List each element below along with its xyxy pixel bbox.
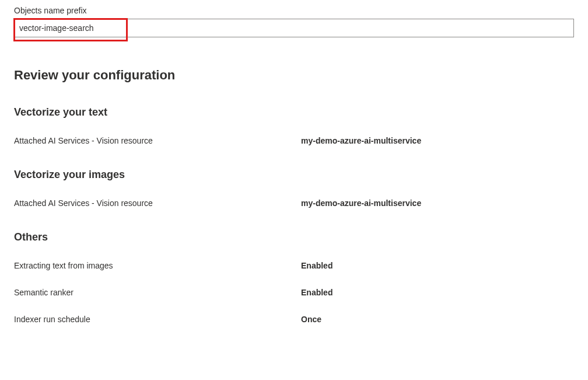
others-row-0-value: Enabled: [301, 261, 332, 270]
vectorize-images-row-0-value: my-demo-azure-ai-multiservice: [301, 198, 421, 208]
prefix-field: Objects name prefix: [14, 6, 574, 37]
review-title: Review your configuration: [14, 68, 574, 83]
others-row-1-value: Enabled: [301, 288, 332, 297]
vectorize-images-title: Vectorize your images: [14, 169, 574, 181]
others-title: Others: [14, 231, 574, 243]
others-row-0-label: Extracting text from images: [14, 261, 301, 270]
vectorize-text-row-0-label: Attached AI Services - Vision resource: [14, 136, 301, 145]
vectorize-images-row-0-label: Attached AI Services - Vision resource: [14, 198, 301, 208]
vectorize-images-row-0: Attached AI Services - Vision resource m…: [14, 198, 574, 208]
others-row-2-label: Indexer run schedule: [14, 315, 301, 324]
prefix-input-highlight: [14, 19, 574, 37]
others-row-1-label: Semantic ranker: [14, 288, 301, 297]
vectorize-text-title: Vectorize your text: [14, 106, 574, 118]
prefix-input[interactable]: [14, 19, 574, 37]
others-row-0: Extracting text from images Enabled: [14, 261, 574, 270]
vectorize-text-row-0: Attached AI Services - Vision resource m…: [14, 136, 574, 145]
others-row-2: Indexer run schedule Once: [14, 315, 574, 324]
others-row-2-value: Once: [301, 315, 321, 324]
prefix-label: Objects name prefix: [14, 6, 574, 15]
others-row-1: Semantic ranker Enabled: [14, 288, 574, 297]
vectorize-text-row-0-value: my-demo-azure-ai-multiservice: [301, 136, 421, 145]
